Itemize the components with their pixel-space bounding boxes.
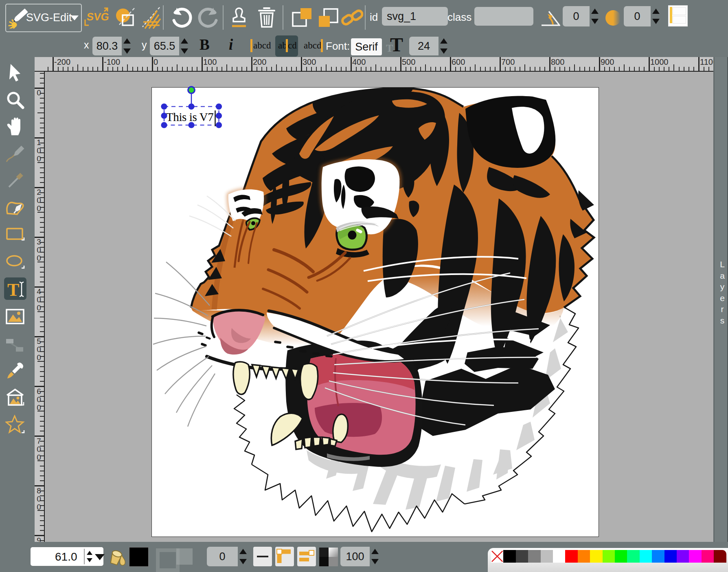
svg-text:This is V7: This is V7: [166, 110, 213, 123]
